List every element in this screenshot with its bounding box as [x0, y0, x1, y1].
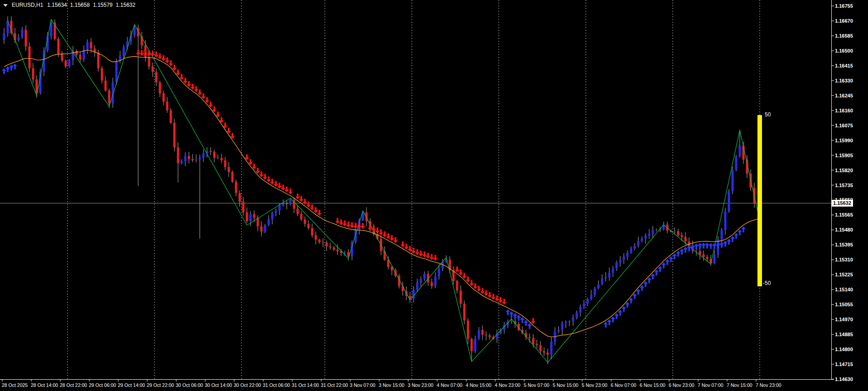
time-tick-label: 31 Oct 14:00 [292, 382, 319, 388]
candle-body [420, 279, 422, 283]
price-axis[interactable]: 1.167551.166701.165851.165001.164151.163… [832, 3, 853, 382]
candle-body [68, 60, 71, 66]
candle-body [148, 57, 150, 67]
candle-body [246, 212, 248, 221]
sell-arrow-icon [259, 171, 264, 177]
moving-average-line [4, 50, 758, 337]
candle-body [467, 320, 469, 339]
price-tick-label: 1.16330 [835, 78, 853, 83]
candle-body [79, 55, 82, 59]
candles [3, 16, 759, 364]
buy-arrow-icon [741, 227, 746, 232]
candle-body [3, 33, 5, 40]
buy-arrow-icon [614, 313, 619, 319]
price-tick-label: 1.15820 [835, 168, 853, 173]
sell-arrow-icon [382, 231, 387, 237]
candle-body [652, 230, 654, 234]
buy-arrow-icon [506, 309, 510, 315]
candle-body [195, 159, 198, 160]
sell-arrow-icon [415, 249, 420, 255]
candle-body [627, 253, 629, 257]
candle-body [170, 110, 172, 123]
sell-arrow-icon [299, 196, 304, 202]
sell-arrow-icon [205, 97, 209, 103]
candle-body [318, 240, 321, 242]
time-axis[interactable]: 28 Oct 202528 Oct 14:0028 Oct 22:0029 Oc… [2, 380, 781, 388]
candle-body [311, 228, 313, 236]
candle-body [213, 152, 216, 158]
candle-body [235, 182, 237, 193]
buy-arrow-icon [658, 266, 662, 272]
candle-body [402, 286, 404, 291]
candle-body [587, 299, 589, 304]
sell-arrow-icon [393, 237, 398, 243]
buy-arrow-icon [9, 65, 14, 71]
candle-body [623, 256, 625, 260]
buy-arrow-icon [509, 311, 514, 317]
buy-arrow-icon [709, 243, 713, 249]
time-tick-label: 29 Oct 14:00 [118, 382, 145, 388]
candle-body [297, 209, 299, 214]
candle-body [90, 42, 92, 48]
candle-body [463, 304, 466, 320]
time-tick-label: 29 Oct 22:00 [147, 382, 174, 388]
candle-body [166, 101, 169, 110]
sell-arrow-icon [426, 253, 430, 259]
sell-arrow-icon [419, 251, 423, 256]
sell-arrow-icon [143, 50, 148, 56]
candle-body [645, 236, 647, 239]
candle-body [192, 159, 194, 160]
candle-body [579, 307, 582, 312]
candle-body [431, 282, 433, 286]
candle-body [101, 68, 103, 81]
buy-arrow-icon [698, 243, 702, 249]
candle-body [685, 237, 687, 241]
price-tick-label: 1.16670 [835, 18, 853, 24]
candle-body [703, 255, 705, 257]
candle-body [326, 242, 328, 246]
candle-body [540, 345, 542, 351]
candle-body [10, 21, 13, 33]
candle-body [572, 318, 574, 321]
price-tick-label: 1.14630 [835, 377, 853, 382]
buy-arrow-icon [712, 243, 717, 249]
candle-body [413, 290, 415, 299]
candle-body [21, 29, 24, 37]
candle-body [87, 42, 89, 49]
buy-arrow-icon [651, 274, 655, 280]
candle-body [532, 338, 535, 344]
candle-body [594, 288, 596, 295]
candle-body [460, 290, 462, 304]
candle-body [155, 72, 158, 82]
buy-arrow-icon [527, 323, 532, 329]
candle-body [221, 158, 223, 160]
candle-body [438, 269, 440, 276]
sell-arrow-icon [295, 193, 300, 199]
candle-body [231, 172, 234, 182]
sell-arrow-icon [198, 89, 202, 95]
price-tick-label: 1.14715 [835, 362, 853, 367]
chart-canvas[interactable]: 1.167551.166701.165851.165001.164151.163… [0, 0, 868, 391]
candle-body [656, 230, 658, 230]
time-tick-label: 6 Nov 07:00 [611, 382, 637, 388]
price-tick-label: 1.14970 [835, 317, 853, 322]
candle-body [416, 283, 419, 290]
candle-body [550, 342, 553, 355]
sell-arrow-icon [136, 50, 140, 56]
buy-arrow-icon [611, 316, 615, 322]
candle-body [641, 239, 643, 241]
time-tick-label: 5 Nov 15:00 [553, 382, 579, 388]
price-tick-label: 1.15310 [835, 257, 853, 262]
time-tick-label: 30 Oct 06:00 [176, 382, 203, 388]
candle-body [576, 313, 578, 318]
candle-body [126, 41, 129, 47]
candle-body [637, 241, 640, 246]
sell-arrow-icon [433, 255, 438, 261]
candle-body [598, 285, 600, 289]
candle-body [224, 160, 227, 167]
time-tick-label: 4 Nov 23:00 [495, 382, 521, 388]
sell-arrow-icon [342, 221, 347, 227]
buy-arrow-icon [603, 322, 608, 328]
candle-body [721, 230, 723, 239]
time-tick-label: 4 Nov 15:00 [466, 382, 492, 388]
